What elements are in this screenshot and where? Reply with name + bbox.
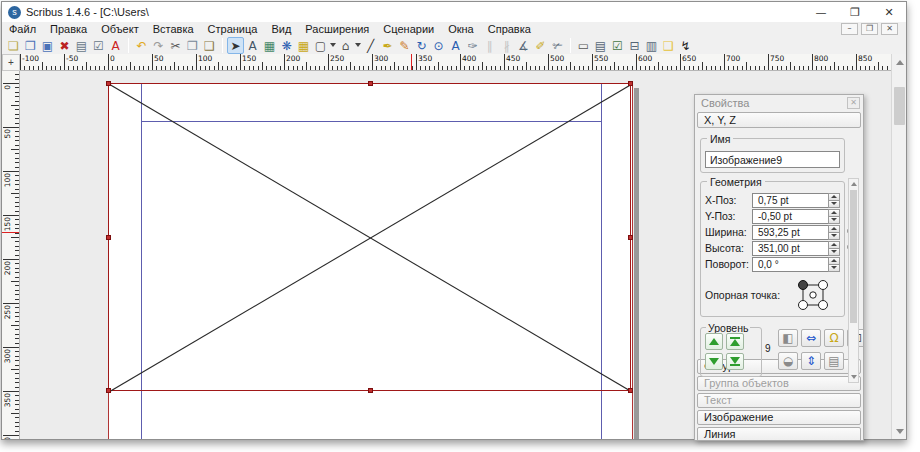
- raise-button[interactable]: [705, 333, 723, 350]
- menu-правка[interactable]: Правка: [43, 22, 94, 36]
- width-spin-down-button[interactable]: [828, 233, 840, 240]
- y-pos-spinbox[interactable]: -0,50 pt: [752, 209, 840, 224]
- lower-to-bottom-button[interactable]: [726, 353, 744, 370]
- rotation-spinbox[interactable]: 0,0 °: [752, 257, 840, 272]
- undo-button[interactable]: ↶: [133, 37, 150, 54]
- handle-top-left[interactable]: [106, 81, 111, 86]
- handle-top-center[interactable]: [368, 81, 373, 86]
- flip-horizontal-button[interactable]: ⇔: [801, 329, 821, 347]
- menu-сценарии[interactable]: Сценарии: [376, 22, 441, 36]
- width-value[interactable]: 593,25 pt: [752, 225, 828, 240]
- pdf-text-annotation-tool[interactable]: ❑: [660, 37, 677, 54]
- menu-вставка[interactable]: Вставка: [146, 22, 201, 36]
- insert-text-frame-tool[interactable]: A: [244, 37, 261, 54]
- export-pdf-button[interactable]: A: [107, 37, 124, 54]
- mirror-horizontal-button[interactable]: ◧: [778, 329, 798, 347]
- rotate-item-tool[interactable]: ↻: [413, 37, 430, 54]
- edit-contents-tool[interactable]: A: [447, 37, 464, 54]
- insert-image-frame-tool[interactable]: ▦: [261, 37, 278, 54]
- pdf-push-button-tool[interactable]: ▭: [575, 37, 592, 54]
- tab-xyz[interactable]: X, Y, Z: [697, 112, 861, 128]
- copy-item-properties-tool[interactable]: ✐: [532, 37, 549, 54]
- insert-shape-tool[interactable]: ▢: [312, 37, 329, 54]
- menu-справка[interactable]: Справка: [481, 22, 538, 36]
- scroll-thumb[interactable]: [894, 87, 905, 125]
- section-изображение[interactable]: Изображение: [697, 410, 861, 425]
- redo-button[interactable]: ↷: [150, 37, 167, 54]
- handle-bottom-right[interactable]: [628, 388, 633, 393]
- menu-вид[interactable]: Вид: [264, 22, 298, 36]
- rotation-value[interactable]: 0,0 °: [752, 257, 828, 272]
- mdi-close-button[interactable]: ✕: [881, 23, 898, 35]
- zoom-tool[interactable]: ⊙: [430, 37, 447, 54]
- y-pos-value[interactable]: -0,50 pt: [752, 209, 828, 224]
- eye-dropper-tool[interactable]: ✃: [549, 37, 566, 54]
- raise-to-top-button[interactable]: [726, 333, 744, 350]
- panel-scrollbar[interactable]: [848, 178, 859, 383]
- height-spinbox[interactable]: 351,00 pt: [752, 241, 840, 256]
- menu-расширения[interactable]: Расширения: [298, 22, 376, 36]
- name-field[interactable]: Изображение9: [705, 151, 840, 168]
- preflight-verifier-button[interactable]: ☑: [90, 37, 107, 54]
- main-vertical-scrollbar[interactable]: [891, 54, 906, 439]
- flip-vertical-button[interactable]: ⇕: [801, 352, 821, 370]
- print-document-button[interactable]: ▤: [73, 37, 90, 54]
- pdf-list-box-tool[interactable]: ▥: [643, 37, 660, 54]
- ruler-origin[interactable]: +: [2, 54, 20, 71]
- insert-shape-tool-dropdown-icon[interactable]: [330, 43, 336, 47]
- menu-файл[interactable]: Файл: [2, 22, 43, 36]
- paste-button[interactable]: ❑: [201, 37, 218, 54]
- insert-polygon-tool[interactable]: ⌂: [337, 37, 354, 54]
- menu-объект[interactable]: Объект: [94, 22, 145, 36]
- panel-scroll-down-button[interactable]: [849, 372, 858, 382]
- x-pos-spin-down-button[interactable]: [828, 201, 840, 208]
- insert-line-tool[interactable]: ╱: [362, 37, 379, 54]
- pdf-checkbox-tool[interactable]: ☑: [609, 37, 626, 54]
- height-spin-down-button[interactable]: [828, 249, 840, 256]
- scroll-up-button[interactable]: [892, 54, 907, 70]
- rotation-spin-down-button[interactable]: [828, 265, 840, 272]
- horizontal-ruler[interactable]: -100-50050100150200250300350400450500550…: [20, 54, 891, 71]
- handle-top-right[interactable]: [628, 81, 633, 86]
- basepoint-selector[interactable]: [794, 278, 832, 312]
- close-button[interactable]: ✕: [872, 2, 906, 22]
- edit-text-story-tool[interactable]: ✑: [464, 37, 481, 54]
- panel-scroll-up-button[interactable]: [849, 179, 858, 189]
- x-pos-value[interactable]: 0,75 pt: [752, 193, 828, 208]
- minimize-button[interactable]: —: [804, 2, 838, 22]
- panel-scroll-thumb[interactable]: [850, 190, 857, 323]
- y-pos-spin-down-button[interactable]: [828, 217, 840, 224]
- handle-middle-left[interactable]: [106, 235, 111, 240]
- handle-bottom-left[interactable]: [106, 388, 111, 393]
- scroll-down-button[interactable]: [892, 423, 907, 439]
- insert-table-tool[interactable]: ▦: [295, 37, 312, 54]
- insert-bezier-tool[interactable]: ✒: [379, 37, 396, 54]
- panel-title-bar[interactable]: Свойства ✕: [695, 95, 863, 111]
- restore-button[interactable]: ❐: [838, 2, 872, 22]
- menu-страница[interactable]: Страница: [201, 22, 265, 36]
- mirror-vertical-button[interactable]: ◒: [778, 352, 798, 370]
- pdf-text-field-tool[interactable]: ▤: [592, 37, 609, 54]
- pdf-combo-box-tool[interactable]: ⊟: [626, 37, 643, 54]
- menu-окна[interactable]: Окна: [441, 22, 481, 36]
- lock-button[interactable]: Ω: [824, 329, 844, 347]
- height-spin-up-button[interactable]: [828, 241, 840, 249]
- rotation-spin-up-button[interactable]: [828, 257, 840, 265]
- height-value[interactable]: 351,00 pt: [752, 241, 828, 256]
- lower-button[interactable]: [705, 353, 723, 370]
- printing-button[interactable]: ▤: [824, 352, 844, 370]
- mdi-restore-button[interactable]: ❐: [861, 23, 878, 35]
- width-spinbox[interactable]: 593,25 pt: [752, 225, 840, 240]
- insert-polygon-tool-dropdown-icon[interactable]: [355, 43, 361, 47]
- handle-middle-right[interactable]: [628, 235, 633, 240]
- close-document-button[interactable]: ✖: [56, 37, 73, 54]
- open-document-button[interactable]: ❐: [22, 37, 39, 54]
- y-pos-spin-up-button[interactable]: [828, 209, 840, 217]
- section-линия[interactable]: Линия: [697, 427, 861, 441]
- insert-render-frame-tool[interactable]: ❋: [278, 37, 295, 54]
- cut-button[interactable]: ✂: [167, 37, 184, 54]
- panel-close-icon[interactable]: ✕: [847, 97, 860, 109]
- width-spin-up-button[interactable]: [828, 225, 840, 233]
- x-pos-spin-up-button[interactable]: [828, 193, 840, 201]
- measurements-tool[interactable]: ∡: [515, 37, 532, 54]
